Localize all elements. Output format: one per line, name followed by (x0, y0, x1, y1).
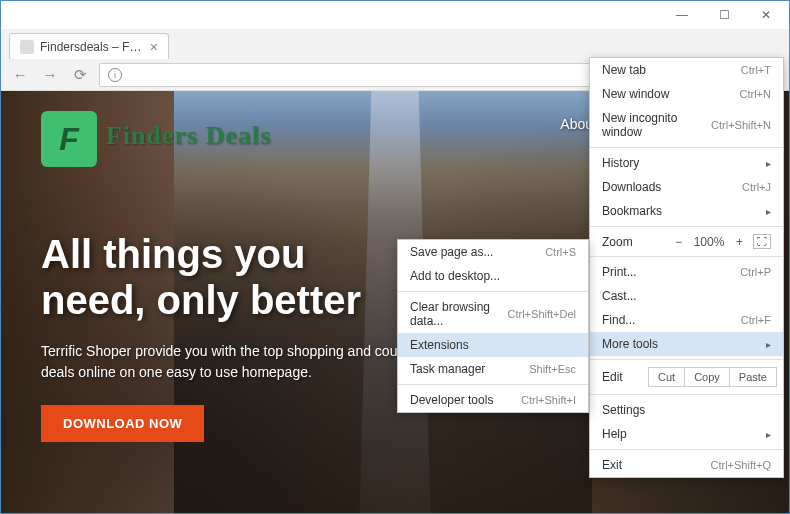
menu-shortcut: Ctrl+S (545, 246, 576, 258)
menu-separator (590, 226, 783, 227)
menu-label: New window (602, 87, 669, 101)
menu-zoom: Zoom − 100% + ⛶ (590, 230, 783, 253)
menu-label: Add to desktop... (410, 269, 500, 283)
menu-label: Settings (602, 403, 645, 417)
window-controls: — ☐ ✕ (661, 2, 787, 28)
submenu-save-page[interactable]: Save page as... Ctrl+S (398, 240, 588, 264)
menu-shortcut: Ctrl+Shift+I (521, 394, 576, 406)
logo-letter: F (59, 121, 79, 158)
submenu-clear-data[interactable]: Clear browsing data... Ctrl+Shift+Del (398, 295, 588, 333)
menu-find[interactable]: Find... Ctrl+F (590, 308, 783, 332)
menu-separator (590, 256, 783, 257)
submenu-arrow-icon: ▸ (766, 339, 771, 350)
menu-label: Exit (602, 458, 622, 472)
menu-label: History (602, 156, 639, 170)
menu-label: More tools (602, 337, 658, 351)
menu-separator (398, 384, 588, 385)
menu-shortcut: Ctrl+Shift+Q (710, 459, 771, 471)
hero-title: All things you need, only better (41, 231, 421, 323)
minimize-button[interactable]: — (661, 2, 703, 28)
forward-button[interactable]: → (39, 64, 61, 86)
submenu-add-desktop[interactable]: Add to desktop... (398, 264, 588, 288)
menu-separator (398, 291, 588, 292)
menu-shortcut: Ctrl+P (740, 266, 771, 278)
menu-label: Task manager (410, 362, 485, 376)
menu-label: Extensions (410, 338, 469, 352)
tab-title: Findersdeals – Findersde... (40, 40, 144, 54)
menu-label: Find... (602, 313, 635, 327)
menu-history[interactable]: History ▸ (590, 151, 783, 175)
menu-separator (590, 147, 783, 148)
menu-settings[interactable]: Settings (590, 398, 783, 422)
tab-bar: Findersdeals – Findersde... × (1, 29, 789, 59)
menu-label: Bookmarks (602, 204, 662, 218)
menu-separator (590, 359, 783, 360)
menu-shortcut: Ctrl+J (742, 181, 771, 193)
submenu-arrow-icon: ▸ (766, 206, 771, 217)
menu-more-tools[interactable]: More tools ▸ (590, 332, 783, 356)
reload-button[interactable]: ⟳ (69, 64, 91, 86)
tab-close-icon[interactable]: × (150, 39, 158, 55)
menu-label: New incognito window (602, 111, 711, 139)
maximize-button[interactable]: ☐ (703, 2, 745, 28)
menu-shortcut: Ctrl+F (741, 314, 771, 326)
zoom-in-button[interactable]: + (736, 235, 743, 249)
menu-new-tab[interactable]: New tab Ctrl+T (590, 58, 783, 82)
menu-label: Downloads (602, 180, 661, 194)
edit-paste-button[interactable]: Paste (730, 367, 777, 387)
menu-separator (590, 449, 783, 450)
menu-help[interactable]: Help ▸ (590, 422, 783, 446)
back-button[interactable]: ← (9, 64, 31, 86)
close-button[interactable]: ✕ (745, 2, 787, 28)
menu-exit[interactable]: Exit Ctrl+Shift+Q (590, 453, 783, 477)
menu-cast[interactable]: Cast... (590, 284, 783, 308)
submenu-task-manager[interactable]: Task manager Shift+Esc (398, 357, 588, 381)
site-info-icon[interactable]: i (108, 68, 122, 82)
menu-shortcut: Ctrl+Shift+Del (508, 308, 576, 320)
menu-shortcut: Ctrl+N (740, 88, 771, 100)
menu-print[interactable]: Print... Ctrl+P (590, 260, 783, 284)
menu-label: Zoom (602, 235, 667, 249)
site-logo-badge: F (41, 111, 97, 167)
menu-new-window[interactable]: New window Ctrl+N (590, 82, 783, 106)
menu-label: Print... (602, 265, 637, 279)
menu-separator (590, 394, 783, 395)
submenu-developer-tools[interactable]: Developer tools Ctrl+Shift+I (398, 388, 588, 412)
menu-downloads[interactable]: Downloads Ctrl+J (590, 175, 783, 199)
menu-shortcut: Shift+Esc (529, 363, 576, 375)
window-titlebar: — ☐ ✕ (1, 1, 789, 29)
favicon-icon (20, 40, 34, 54)
menu-label: Developer tools (410, 393, 493, 407)
site-logo-text: Finders Deals (106, 121, 271, 151)
submenu-arrow-icon: ▸ (766, 429, 771, 440)
fullscreen-button[interactable]: ⛶ (753, 234, 771, 249)
menu-new-incognito[interactable]: New incognito window Ctrl+Shift+N (590, 106, 783, 144)
hero-section: All things you need, only better Terrifi… (41, 231, 421, 442)
menu-label: Cast... (602, 289, 637, 303)
hero-subtitle: Terrific Shoper provide you with the top… (41, 341, 421, 383)
chrome-menu: New tab Ctrl+T New window Ctrl+N New inc… (589, 57, 784, 478)
menu-shortcut: Ctrl+T (741, 64, 771, 76)
menu-shortcut: Ctrl+Shift+N (711, 119, 771, 131)
browser-tab[interactable]: Findersdeals – Findersde... × (9, 33, 169, 59)
edit-copy-button[interactable]: Copy (685, 367, 730, 387)
download-button[interactable]: DOWNLOAD NOW (41, 405, 204, 442)
edit-cut-button[interactable]: Cut (648, 367, 685, 387)
submenu-extensions[interactable]: Extensions (398, 333, 588, 357)
submenu-arrow-icon: ▸ (766, 158, 771, 169)
menu-bookmarks[interactable]: Bookmarks ▸ (590, 199, 783, 223)
menu-label: Edit (602, 370, 648, 384)
zoom-level: 100% (692, 235, 726, 249)
menu-label: Clear browsing data... (410, 300, 508, 328)
menu-edit: Edit Cut Copy Paste (590, 363, 783, 391)
zoom-out-button[interactable]: − (675, 235, 682, 249)
menu-label: Save page as... (410, 245, 493, 259)
browser-window: — ☐ ✕ Findersdeals – Findersde... × ← → … (0, 0, 790, 514)
more-tools-submenu: Save page as... Ctrl+S Add to desktop...… (397, 239, 589, 413)
menu-label: New tab (602, 63, 646, 77)
menu-label: Help (602, 427, 627, 441)
